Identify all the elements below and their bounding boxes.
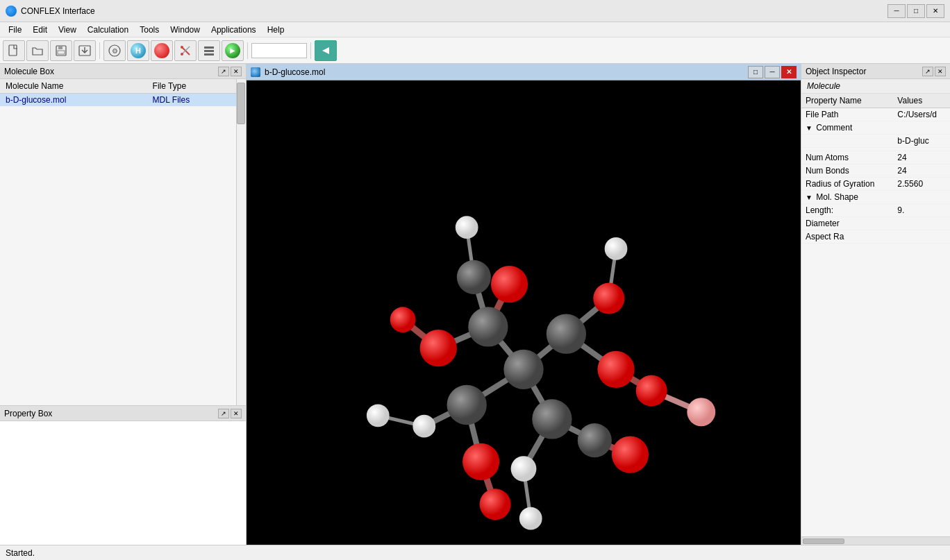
svg-point-38 xyxy=(503,350,543,389)
hydrogen-button[interactable]: H xyxy=(127,40,149,61)
minimize-button[interactable]: ─ xyxy=(888,4,906,18)
toolbar: ⚙ H ▶ xyxy=(0,37,950,64)
toolbar-separator-1 xyxy=(99,42,100,59)
stop-button[interactable] xyxy=(151,40,173,61)
stack-button[interactable] xyxy=(198,40,220,61)
viewer-close[interactable]: ✕ xyxy=(781,66,797,78)
prop-rog-name: Radius of Gyration xyxy=(801,178,893,191)
fragment-button[interactable]: ⚙ xyxy=(103,40,126,61)
inspector-row-comment: ▼ Comment xyxy=(801,121,950,135)
maximize-button[interactable]: □ xyxy=(907,4,925,18)
prop-filepath-name: File Path xyxy=(801,108,893,121)
scissors-button[interactable] xyxy=(174,40,197,61)
property-content xyxy=(0,421,246,545)
molecule-row[interactable]: b-D-glucose.mol MDL Files xyxy=(0,94,246,107)
inspector-header: Object Inspector ↗ ✕ xyxy=(801,64,950,79)
toolbar-input[interactable] xyxy=(251,43,307,58)
col-molecule-name: Molecule Name xyxy=(0,79,147,94)
prop-comment-val xyxy=(893,121,950,135)
svg-point-44 xyxy=(578,423,612,457)
menu-file[interactable]: File xyxy=(3,24,27,36)
import-button[interactable] xyxy=(74,40,96,61)
svg-point-54 xyxy=(367,404,390,427)
save-button[interactable] xyxy=(50,40,72,61)
viewer-minimize[interactable]: ─ xyxy=(765,66,780,78)
prop-filepath-val: C:/Users/d xyxy=(893,108,950,121)
inspector-row-diameter: Diameter xyxy=(801,217,950,230)
file-type-cell: MDL Files xyxy=(147,94,246,107)
inspector-row-rog: Radius of Gyration 2.5560 xyxy=(801,178,950,191)
comment-collapse-arrow[interactable]: ▼ xyxy=(806,124,812,132)
toolbar-separator-3 xyxy=(310,42,311,59)
inspector-controls: ↗ ✕ xyxy=(922,67,946,76)
svg-rect-12 xyxy=(204,46,214,49)
inspector-col-value: Values xyxy=(893,94,950,108)
menu-help[interactable]: Help xyxy=(262,24,290,36)
inspector-table: Property Name Values File Path C:/Users/… xyxy=(801,94,950,536)
svg-point-39 xyxy=(468,307,508,346)
property-box-controls: ↗ ✕ xyxy=(218,409,242,418)
inspector-close[interactable]: ✕ xyxy=(935,67,946,76)
svg-point-11 xyxy=(181,53,183,56)
molecule-table: Molecule Name File Type b-D-glucose.mol … xyxy=(0,79,246,405)
prop-length-name: Length: xyxy=(801,204,893,217)
svg-rect-0 xyxy=(9,45,17,56)
svg-rect-2 xyxy=(58,46,62,49)
property-box-close[interactable]: ✕ xyxy=(231,409,242,418)
viewer-window-controls: □ ─ ✕ xyxy=(748,66,797,78)
molecule-svg xyxy=(247,80,801,545)
svg-point-55 xyxy=(519,507,542,530)
menu-edit[interactable]: Edit xyxy=(27,24,53,36)
molecule-box-restore[interactable]: ↗ xyxy=(218,67,229,76)
viewer-canvas[interactable] xyxy=(247,80,801,545)
molecule-box-close[interactable]: ✕ xyxy=(231,67,242,76)
inspector-scroll-thumb[interactable] xyxy=(803,538,844,544)
svg-point-49 xyxy=(462,443,499,480)
svg-point-58 xyxy=(412,415,435,438)
inspector-row-filepath: File Path C:/Users/d xyxy=(801,108,950,121)
inspector-row-comment-val: b-D-gluc xyxy=(801,135,950,148)
close-button[interactable]: ✕ xyxy=(926,4,944,18)
prop-numatoms-name: Num Atoms xyxy=(801,151,893,164)
svg-point-53 xyxy=(605,237,628,260)
svg-point-42 xyxy=(447,385,487,425)
run-button[interactable]: ▶ xyxy=(222,40,244,61)
inspector-row-numbonds: Num Bonds 24 xyxy=(801,164,950,178)
svg-point-40 xyxy=(547,314,586,354)
property-box: Property Box ↗ ✕ xyxy=(0,406,246,545)
arrow-button[interactable] xyxy=(315,40,337,61)
svg-point-45 xyxy=(491,266,528,303)
svg-point-56 xyxy=(390,307,416,332)
viewer-restore[interactable]: □ xyxy=(748,66,763,78)
molshape-collapse-arrow[interactable]: ▼ xyxy=(806,194,812,201)
inspector-scrollbar[interactable] xyxy=(801,536,950,545)
new-button[interactable] xyxy=(3,40,25,61)
menu-view[interactable]: View xyxy=(53,24,82,36)
status-bar: Started. xyxy=(0,545,950,560)
svg-point-52 xyxy=(456,216,478,239)
menu-tools[interactable]: Tools xyxy=(134,24,165,36)
prop-aspectra-name: Aspect Ra xyxy=(801,230,893,244)
status-text: Started. xyxy=(6,548,35,558)
inspector-restore[interactable]: ↗ xyxy=(922,67,933,76)
title-bar: CONFLEX Interface ─ □ ✕ xyxy=(0,0,950,22)
open-button[interactable] xyxy=(26,40,49,61)
window-controls: ─ □ ✕ xyxy=(888,4,944,18)
prop-aspectra-val xyxy=(893,230,950,244)
mol-scrollbar[interactable] xyxy=(236,79,246,405)
svg-text:⚙: ⚙ xyxy=(112,47,118,55)
mol-scroll-thumb[interactable] xyxy=(237,83,245,124)
molecule-box-header: Molecule Box ↗ ✕ xyxy=(0,64,246,79)
menu-applications[interactable]: Applications xyxy=(206,24,262,36)
svg-point-57 xyxy=(636,375,667,407)
menu-calculation[interactable]: Calculation xyxy=(82,24,134,36)
inspector-col-name: Property Name xyxy=(801,94,893,108)
svg-point-51 xyxy=(687,398,715,426)
property-box-restore[interactable]: ↗ xyxy=(218,409,229,418)
prop-rog-val: 2.5560 xyxy=(893,178,950,191)
svg-point-48 xyxy=(612,436,649,473)
prop-molshape-val xyxy=(893,191,950,204)
prop-comment-name: ▼ Comment xyxy=(801,121,893,135)
prop-diameter-name: Diameter xyxy=(801,217,893,230)
menu-window[interactable]: Window xyxy=(165,24,206,36)
